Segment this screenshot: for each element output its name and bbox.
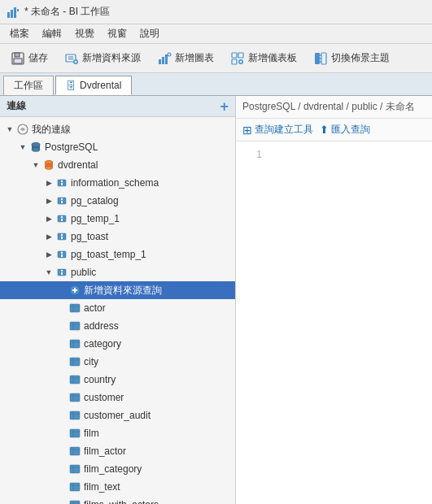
pg-temp-1-item[interactable]: ▶ pg_temp_1	[0, 210, 235, 228]
postgresql-item[interactable]: ▼ PostgreSQL	[0, 138, 235, 156]
table-address-item[interactable]: address	[0, 317, 235, 335]
query-builder-link[interactable]: ⊞ 查詢建立工具	[242, 123, 313, 137]
pg-catalog-item[interactable]: ▶ pg_catalog	[0, 192, 235, 210]
pg-temp-1-label: pg_temp_1	[71, 213, 120, 224]
svg-point-40	[61, 180, 63, 182]
svg-rect-50	[61, 237, 63, 239]
table-film-label: film	[84, 428, 99, 439]
svg-rect-69	[70, 358, 80, 366]
save-button[interactable]: 儲存	[3, 48, 55, 69]
add-query-label: 新增資料來源查詢	[84, 284, 162, 298]
table-film-category-item[interactable]: film_category	[0, 460, 235, 478]
tab-workspace[interactable]: 工作區	[3, 76, 54, 95]
table-category-icon	[68, 337, 81, 350]
dvdrental-item[interactable]: ▼ dvdrental	[0, 156, 235, 174]
information-schema-arrow: ▶	[42, 176, 55, 189]
table-film-category-label: film_category	[84, 463, 142, 475]
public-item[interactable]: ▼ public	[0, 263, 235, 281]
pg-catalog-icon	[55, 194, 68, 207]
tab-dvdrental-label: Dvdrental	[80, 80, 121, 91]
add-query-icon	[68, 284, 81, 297]
svg-rect-15	[165, 54, 168, 64]
dvdrental-db-icon	[42, 159, 55, 172]
public-arrow: ▼	[42, 266, 55, 279]
svg-rect-90	[70, 483, 80, 491]
table-customer-audit-item[interactable]: customer_audit	[0, 406, 235, 424]
svg-point-49	[61, 234, 63, 236]
add-dashboard-button[interactable]: 新增儀表板	[223, 48, 304, 69]
table-customer-item[interactable]: customer	[0, 389, 235, 406]
pg-toast-arrow: ▶	[42, 230, 55, 243]
table-category-label: category	[84, 338, 121, 350]
add-chart-button[interactable]: 新增圖表	[150, 48, 221, 69]
table-city-item[interactable]: city	[0, 353, 235, 371]
add-datasource-icon	[64, 51, 79, 66]
svg-rect-26	[321, 53, 326, 64]
left-panel: 連線 + ▼ 我的連線 ▼	[0, 96, 236, 504]
svg-point-33	[32, 148, 40, 152]
tab-dvdrental[interactable]: 🗄 Dvdrental	[55, 76, 132, 95]
svg-point-38	[46, 161, 53, 164]
title-text: * 未命名 - BI 工作區	[24, 5, 110, 19]
connections-header: 連線 +	[0, 96, 235, 117]
pg-toast-temp-1-item[interactable]: ▶ pg_toast_temp_1	[0, 245, 235, 263]
svg-rect-47	[61, 219, 63, 221]
tab-workspace-label: 工作區	[14, 79, 43, 93]
tree-container[interactable]: ▼ 我的連線 ▼ PostgreSQL	[0, 117, 235, 504]
svg-rect-19	[232, 53, 237, 58]
svg-rect-53	[61, 254, 63, 257]
dvdrental-label: dvdrental	[58, 159, 98, 171]
menu-edit[interactable]: 編輯	[36, 25, 68, 42]
title-bar: * 未命名 - BI 工作區	[0, 0, 432, 24]
table-category-item[interactable]: category	[0, 335, 235, 353]
my-connections-icon	[16, 123, 29, 136]
postgresql-icon	[29, 141, 42, 154]
breadcrumb-text: PostgreSQL / dvdrental / public / 未命名	[242, 100, 415, 114]
table-film-item[interactable]: film	[0, 424, 235, 442]
svg-rect-72	[70, 376, 80, 384]
svg-rect-81	[70, 429, 80, 437]
svg-rect-63	[70, 322, 80, 330]
svg-point-46	[61, 216, 63, 218]
my-connections-item[interactable]: ▼ 我的連線	[0, 120, 235, 138]
table-actor-item[interactable]: actor	[0, 299, 235, 317]
table-film-category-icon	[68, 463, 81, 476]
switch-theme-button[interactable]: 切換佈景主題	[306, 48, 397, 69]
query-area[interactable]: 1	[236, 141, 432, 504]
pg-catalog-arrow: ▶	[42, 194, 55, 207]
add-datasource-button[interactable]: 新增資料來源	[57, 48, 148, 69]
table-country-item[interactable]: country	[0, 371, 235, 389]
table-film-actor-item[interactable]: film_actor	[0, 442, 235, 460]
table-films-with-actors-icon	[68, 498, 81, 504]
right-panel: PostgreSQL / dvdrental / public / 未命名 ⊞ …	[236, 96, 432, 504]
svg-rect-25	[315, 53, 320, 64]
pg-toast-temp-1-icon	[55, 248, 68, 261]
pg-toast-label: pg_toast	[71, 231, 108, 242]
postgresql-label: PostgreSQL	[45, 141, 98, 153]
add-datasource-label: 新增資料來源	[82, 51, 141, 65]
svg-point-34	[32, 143, 40, 147]
table-customer-audit-label: customer_audit	[84, 410, 151, 421]
svg-rect-14	[162, 57, 164, 64]
svg-rect-20	[238, 53, 243, 58]
add-connection-button[interactable]: +	[220, 99, 229, 114]
pg-toast-item[interactable]: ▶ pg_toast	[0, 228, 235, 245]
svg-rect-87	[70, 465, 80, 473]
table-film-text-item[interactable]: film_text	[0, 478, 235, 496]
menu-help[interactable]: 說明	[133, 25, 166, 42]
breadcrumb: PostgreSQL / dvdrental / public / 未命名	[236, 96, 432, 119]
menu-view[interactable]: 視覺	[68, 25, 101, 42]
add-chart-label: 新增圖表	[175, 51, 214, 65]
table-films-with-actors-item[interactable]: films_with_actors	[0, 496, 235, 504]
add-query-item[interactable]: 新增資料來源查詢	[0, 281, 235, 299]
public-schema-icon	[55, 266, 68, 279]
table-films-with-actors-label: films_with_actors	[84, 499, 159, 504]
svg-rect-2	[14, 7, 16, 18]
save-label: 儲存	[28, 51, 48, 65]
import-query-link[interactable]: ⬆ 匯入查詢	[320, 123, 370, 137]
svg-rect-6	[14, 59, 22, 63]
action-bar: ⊞ 查詢建立工具 ⬆ 匯入查詢	[236, 119, 432, 141]
menu-file[interactable]: 檔案	[3, 25, 36, 42]
menu-window[interactable]: 視窗	[101, 25, 133, 42]
information-schema-item[interactable]: ▶ information_schema	[0, 174, 235, 192]
